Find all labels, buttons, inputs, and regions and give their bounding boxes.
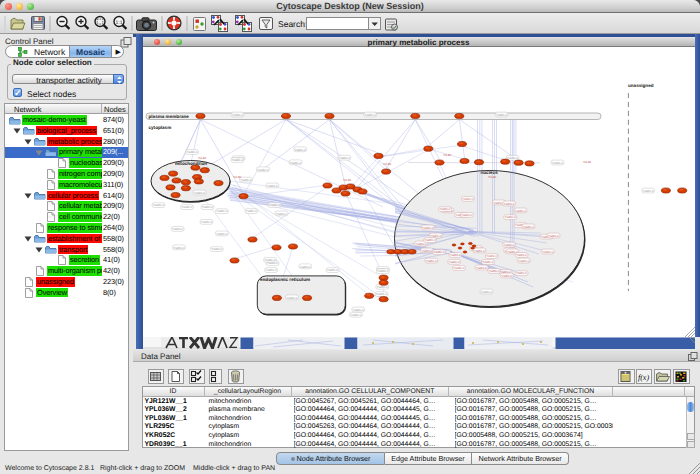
svg-text:YGR0-C: YGR0-C <box>486 254 498 258</box>
svg-text:YGR0-C: YGR0-C <box>299 264 311 268</box>
svg-text:YGR0-C: YGR0-C <box>430 233 442 237</box>
svg-text:YGR0-C: YGR0-C <box>350 312 362 316</box>
svg-text:YGR0-C: YGR0-C <box>547 233 559 237</box>
svg-text:YGR0-C: YGR0-C <box>152 203 164 207</box>
svg-text:YGR0-C: YGR0-C <box>352 307 364 311</box>
svg-text:YGR0-C: YGR0-C <box>642 188 654 192</box>
svg-text:YGR0-C: YGR0-C <box>173 245 185 249</box>
svg-text:nucleus: nucleus <box>480 169 498 174</box>
svg-text:YGR0-C: YGR0-C <box>375 292 387 296</box>
svg-text:YGR0-C: YGR0-C <box>201 205 213 209</box>
svg-text:YGR0-C: YGR0-C <box>475 265 487 269</box>
svg-text:YGR0-C: YGR0-C <box>193 190 205 194</box>
svg-text:YGR0-C: YGR0-C <box>265 268 277 272</box>
svg-text:YGR0-C: YGR0-C <box>286 295 298 299</box>
svg-text:YGR0-C: YGR0-C <box>240 177 252 181</box>
svg-text:YGR0-C: YGR0-C <box>496 112 508 116</box>
svg-text:YGR0-C: YGR0-C <box>216 209 228 213</box>
svg-text:YGR0-C: YGR0-C <box>257 167 269 171</box>
svg-text:YGR0-C: YGR0-C <box>424 238 436 242</box>
svg-text:Yd-2C: Yd-2C <box>488 175 497 179</box>
svg-text:plasma membrane: plasma membrane <box>148 114 189 119</box>
svg-text:YGR0-C: YGR0-C <box>473 248 485 252</box>
svg-text:YGR0-C: YGR0-C <box>514 208 526 212</box>
svg-text:YGR0-C: YGR0-C <box>488 269 500 273</box>
svg-text:unassigned: unassigned <box>628 82 654 87</box>
svg-text:YGR0-C: YGR0-C <box>551 160 563 164</box>
svg-text:YGR0-C: YGR0-C <box>245 209 257 213</box>
svg-text:YGR0-C: YGR0-C <box>433 250 445 254</box>
svg-text:YGR0-C: YGR0-C <box>376 285 388 289</box>
svg-text:Yd-2C: Yd-2C <box>443 153 452 157</box>
svg-text:YGR0-C: YGR0-C <box>542 249 554 253</box>
svg-text:YGR0-C: YGR0-C <box>268 203 280 207</box>
svg-text:YGR0-C: YGR0-C <box>515 271 527 275</box>
svg-text:Search:: Search: <box>278 19 307 29</box>
svg-text:YGR0-C: YGR0-C <box>338 155 350 159</box>
svg-text:endoplasmic reticulum: endoplasmic reticulum <box>260 276 310 281</box>
svg-text:YGR0-C: YGR0-C <box>449 253 461 257</box>
svg-text:YGR0-C: YGR0-C <box>181 205 193 209</box>
svg-text:Yd-2C: Yd-2C <box>583 160 592 164</box>
svg-text:YGR0-C: YGR0-C <box>522 224 534 228</box>
svg-text:Yd-2C: Yd-2C <box>383 162 392 166</box>
svg-text:YGR0-C: YGR0-C <box>515 253 527 257</box>
svg-text:YGR0-C: YGR0-C <box>422 225 434 229</box>
svg-text:Yd-2C: Yd-2C <box>198 156 207 160</box>
svg-text:YGR0-C: YGR0-C <box>275 211 287 215</box>
svg-text:YGR0-C: YGR0-C <box>231 158 243 162</box>
svg-text:YGR0-C: YGR0-C <box>518 258 530 262</box>
svg-text:YGR0-C: YGR0-C <box>439 207 451 211</box>
svg-text:YGR0-C: YGR0-C <box>216 231 228 235</box>
svg-text:cytoplasm: cytoplasm <box>148 125 171 130</box>
svg-text:YGR0-C: YGR0-C <box>266 183 278 187</box>
svg-text:YGR0-C: YGR0-C <box>461 213 473 217</box>
svg-text:Yd-2C: Yd-2C <box>343 178 352 182</box>
svg-text:YGR0-C: YGR0-C <box>503 201 515 205</box>
svg-text:YGR0-C: YGR0-C <box>453 266 465 270</box>
svg-text:YGR0-C: YGR0-C <box>294 147 306 151</box>
svg-text:1:1: 1:1 <box>116 20 123 26</box>
svg-text:YGR0-C: YGR0-C <box>200 220 212 224</box>
svg-text:YGR0-C: YGR0-C <box>501 273 513 277</box>
svg-text:Yd-2C: Yd-2C <box>233 175 242 179</box>
svg-text:f(x): f(x) <box>638 373 649 382</box>
svg-text:YGR0-C: YGR0-C <box>462 197 474 201</box>
svg-text:YGR0-C: YGR0-C <box>480 289 492 293</box>
svg-text:YGR0-C: YGR0-C <box>448 260 460 264</box>
svg-text:YGR0-C: YGR0-C <box>231 112 243 116</box>
svg-text:YGR0-C: YGR0-C <box>503 242 515 246</box>
svg-text:YGR0-C: YGR0-C <box>171 227 183 231</box>
svg-text:YGR0-C: YGR0-C <box>211 247 223 251</box>
svg-text:YGR0-C: YGR0-C <box>425 258 437 262</box>
svg-text:mitochondrion: mitochondrion <box>175 160 207 165</box>
svg-text:YGR0-C: YGR0-C <box>186 150 198 154</box>
svg-text:YGR0-C: YGR0-C <box>327 268 339 272</box>
svg-text:YGR0-C: YGR0-C <box>364 112 376 116</box>
svg-text:YGR0-C: YGR0-C <box>482 260 494 264</box>
svg-text:YGR0-C: YGR0-C <box>264 258 276 262</box>
svg-text:YGR0-C: YGR0-C <box>504 215 516 219</box>
svg-text:YGR0-C: YGR0-C <box>421 248 433 252</box>
svg-text:YGR0-C: YGR0-C <box>377 269 389 273</box>
svg-text:YGR0-C: YGR0-C <box>289 160 301 164</box>
